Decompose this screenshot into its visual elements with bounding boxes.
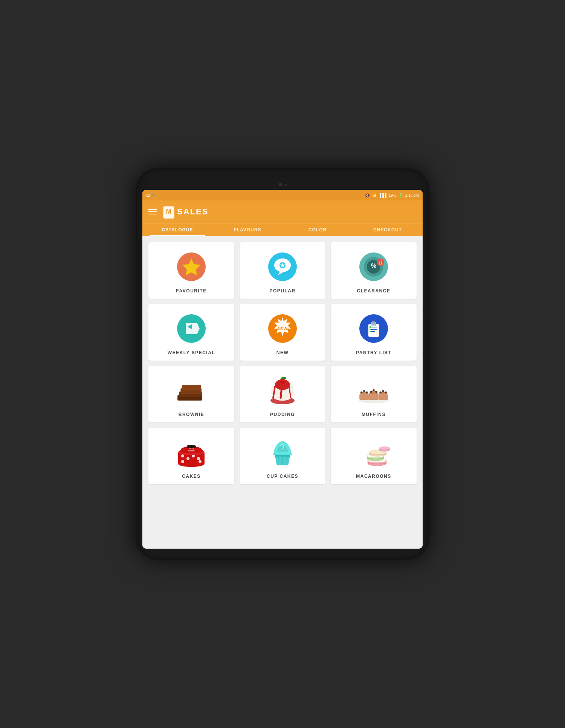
camera-sensor <box>279 183 282 186</box>
svg-text:💰: 💰 <box>378 260 383 265</box>
svg-marker-17 <box>186 323 200 334</box>
muffins-label: MUFFINS <box>362 412 386 417</box>
svg-text:Birthday: Birthday <box>188 450 195 452</box>
svg-text:M: M <box>166 208 172 215</box>
cakes-icon: Happy Birthday <box>174 435 208 469</box>
svg-rect-30 <box>370 329 371 330</box>
svg-point-64 <box>181 460 184 463</box>
photo-icon: 🖼 <box>146 193 150 197</box>
tablet-frame: 🖼 🔧 🔇 📶 ▐▐▐ 19% 🔋 2:13 pm <box>136 168 429 560</box>
pudding-icon <box>266 373 299 407</box>
battery-icon: 🔋 <box>399 193 403 197</box>
hamburger-menu-button[interactable] <box>148 209 157 214</box>
pudding-icon-container <box>266 373 299 407</box>
svg-rect-46 <box>359 395 369 400</box>
svg-rect-25 <box>372 321 375 323</box>
pantry-list-label: PANTRY LIST <box>356 350 391 355</box>
svg-point-51 <box>370 391 372 393</box>
svg-point-47 <box>360 392 362 393</box>
brownie-icon-container <box>174 373 208 407</box>
tab-catalogue[interactable]: CATALOGUE <box>142 223 212 236</box>
svg-rect-50 <box>369 394 378 400</box>
muffins-icon <box>357 375 391 405</box>
status-left-icons: 🖼 🔧 <box>146 193 156 197</box>
muffins-icon-container <box>357 373 391 407</box>
svg-rect-2 <box>163 215 174 217</box>
popular-icon-container <box>266 250 299 284</box>
status-right-icons: 🔇 📶 ▐▐▐ 19% 🔋 2:13 pm <box>365 193 419 197</box>
svg-text:%: % <box>371 263 376 269</box>
tab-checkout-label: CHECKOUT <box>373 227 402 232</box>
clearance-icon: % 💰 <box>359 252 389 282</box>
tablet-screen: 🖼 🔧 🔇 📶 ▐▐▐ 19% 🔋 2:13 pm <box>142 190 423 549</box>
favourite-icon-container <box>174 250 208 284</box>
list-item[interactable]: MUFFINS <box>331 366 417 422</box>
svg-point-56 <box>382 390 384 392</box>
svg-point-57 <box>385 392 387 393</box>
tablet-top-bar <box>142 179 423 190</box>
tab-color[interactable]: COLOR <box>282 223 353 236</box>
cup-cakes-icon-container <box>266 435 299 469</box>
list-item[interactable]: WEEKLY SPECIAL <box>148 304 234 361</box>
app-logo: M SALES <box>162 205 208 219</box>
weekly-special-label: WEEKLY SPECIAL <box>168 350 215 355</box>
tab-catalogue-label: CATALOGUE <box>162 227 193 232</box>
list-item[interactable]: PANTRY LIST <box>331 304 417 361</box>
new-icon-container: NEW <box>266 312 299 346</box>
list-item[interactable]: NEW NEW <box>240 304 325 361</box>
tab-checkout[interactable]: CHECKOUT <box>353 223 423 236</box>
svg-point-53 <box>376 391 377 393</box>
weekly-special-icon <box>176 314 206 344</box>
nav-tabs: CATALOGUE FLAVOURS COLOR CHECKOUT <box>142 223 423 236</box>
svg-point-42 <box>282 379 285 381</box>
new-label: NEW <box>276 350 289 355</box>
app-name-label: SALES <box>177 207 208 217</box>
svg-point-91 <box>379 447 390 450</box>
brownie-label: BROWNIE <box>179 412 205 417</box>
list-item[interactable]: FAVOURITE <box>148 242 234 299</box>
svg-point-48 <box>363 390 365 392</box>
svg-point-60 <box>181 454 184 457</box>
list-item[interactable]: CUP CAKES <box>240 428 325 484</box>
new-icon: NEW <box>267 314 298 344</box>
clearance-label: CLEARANCE <box>357 288 391 294</box>
tab-flavours-label: FLAVOURS <box>234 227 261 232</box>
app-header: M SALES <box>142 200 423 223</box>
svg-rect-54 <box>379 395 388 400</box>
cakes-label: CAKES <box>182 474 201 479</box>
svg-point-49 <box>366 392 368 393</box>
signal-icon: ▐▐▐ <box>379 193 386 197</box>
weekly-special-icon-container <box>174 312 208 346</box>
svg-text:NEW: NEW <box>278 326 287 331</box>
logo-svg: M <box>162 205 176 219</box>
mute-icon: 🔇 <box>365 193 370 197</box>
list-item[interactable]: BROWNIE <box>148 366 234 422</box>
svg-rect-31 <box>370 331 371 332</box>
svg-point-65 <box>199 460 202 463</box>
cup-cakes-icon <box>266 435 299 469</box>
wifi-icon: 📶 <box>372 193 376 197</box>
hamburger-line-1 <box>148 209 157 210</box>
list-item[interactable]: % 💰 CLEARANCE <box>331 242 417 299</box>
pantry-list-icon <box>359 314 389 344</box>
macaroons-icon-container <box>357 435 391 469</box>
list-item[interactable]: POPULAR <box>240 242 325 299</box>
popular-label: POPULAR <box>269 288 295 294</box>
hamburger-line-2 <box>148 211 157 212</box>
time-display: 2:13 pm <box>405 193 419 197</box>
hamburger-line-3 <box>148 214 157 214</box>
cup-cakes-label: CUP CAKES <box>267 474 298 479</box>
list-item[interactable]: Happy Birthday CAKES <box>148 428 234 484</box>
list-item[interactable]: PUDDING <box>240 366 325 422</box>
microphone <box>285 184 287 186</box>
main-content: FAVOURITE POPULAR <box>142 236 423 549</box>
svg-rect-29 <box>370 326 371 328</box>
catalogue-grid: FAVOURITE POPULAR <box>148 242 417 484</box>
favourite-label: FAVOURITE <box>176 288 206 294</box>
tool-icon: 🔧 <box>151 193 156 197</box>
svg-point-73 <box>190 445 193 448</box>
favourite-icon <box>176 252 206 282</box>
tab-flavours[interactable]: FLAVOURS <box>212 223 282 236</box>
popular-icon <box>267 252 298 282</box>
list-item[interactable]: MACAROONS <box>331 428 417 484</box>
